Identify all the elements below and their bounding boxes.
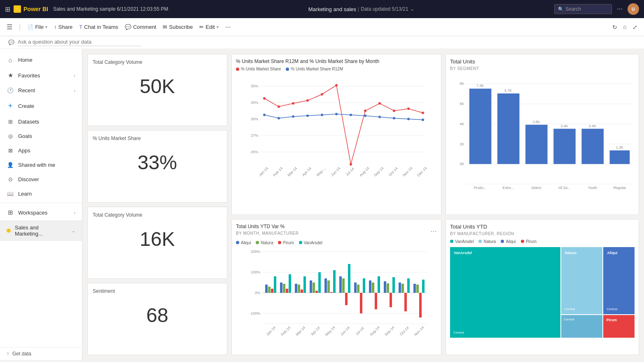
chat-in-teams-button[interactable]: T Chat in Teams: [79, 24, 118, 30]
svg-text:Jul-14: Jul-14: [355, 326, 365, 336]
svg-point-27: [306, 114, 309, 117]
sidebar-item-apps[interactable]: ⊠ Apps: [0, 143, 82, 158]
card-title-sentiment: Sentiment: [93, 288, 222, 294]
svg-text:Aug-14: Aug-14: [369, 325, 380, 337]
svg-rect-87: [375, 293, 377, 309]
sidebar-item-create[interactable]: + Create: [0, 98, 82, 114]
svg-rect-57: [265, 285, 268, 293]
svg-point-15: [306, 99, 309, 102]
avatar[interactable]: U: [628, 3, 639, 15]
svg-text:Dec-14: Dec-14: [416, 166, 428, 177]
edit-button[interactable]: ✏ Edit ▾: [199, 24, 218, 30]
file-menu[interactable]: 📄 File ▾: [27, 24, 47, 30]
app-title: Sales and Marketing sample 6/11/2021 12:…: [53, 6, 168, 12]
legend-vanarsdel-tm: VanArsdel: [450, 239, 474, 244]
svg-text:Sep-14: Sep-14: [384, 325, 395, 337]
line-chart-svg: 35% 33% 30% 27% 25%: [236, 74, 437, 181]
dashboard-title: Marketing and sales | Data updated 5/13/…: [171, 6, 551, 12]
treemap-aliqui[interactable]: Aliqui Central: [603, 247, 635, 315]
legend-label-units-ms: % Units Market Share: [241, 67, 281, 71]
sidebar-label-discover: Discover: [18, 176, 75, 182]
sidebar-label-shared: Shared with me: [18, 162, 75, 168]
treemap-vanarsdel[interactable]: VanArsdel Central: [450, 247, 560, 338]
svg-text:Jun-14: Jun-14: [340, 325, 351, 336]
chevron-right-icon: ›: [74, 210, 75, 215]
svg-text:May-...: May-...: [316, 166, 327, 177]
fullscreen-icon[interactable]: ⤢: [632, 24, 637, 30]
sidebar-item-sales-marketing[interactable]: Sales and Marketing... ⌄: [0, 220, 82, 241]
treemap-pirum[interactable]: Pirum: [603, 315, 635, 338]
card-total-category-volume-bot: Total Category Volume 16K: [87, 207, 227, 279]
sidebar-item-learn[interactable]: 📖 Learn: [0, 187, 82, 201]
treemap-legend: VanArsdel Natura Aliqui Pirum: [450, 239, 635, 244]
svg-text:1.3K: 1.3K: [616, 145, 623, 149]
svg-point-29: [335, 113, 338, 115]
legend-aliqui-tm: Aliqui: [501, 239, 516, 244]
more-options[interactable]: ⋯: [225, 24, 231, 30]
search-box[interactable]: 🔍 Search: [554, 4, 612, 14]
svg-rect-93: [399, 283, 401, 293]
sidebar-item-goals[interactable]: ◎ Goals: [0, 129, 82, 143]
svg-text:100%: 100%: [251, 270, 260, 274]
share-button[interactable]: ↑ Share: [54, 24, 72, 30]
svg-text:Select: Select: [531, 186, 541, 190]
svg-rect-99: [419, 293, 422, 318]
comment-button[interactable]: 💬 Comment: [125, 24, 156, 30]
kebab-menu[interactable]: ⋯: [615, 4, 624, 14]
sidebar-label-recent: Recent: [18, 87, 70, 93]
svg-point-22: [407, 107, 410, 110]
sidebar-label-home: Home: [18, 57, 75, 63]
menu-toggle[interactable]: ☰: [7, 23, 12, 31]
card-title-total-cat-vol-top: Total Category Volume: [93, 59, 222, 65]
legend-natura: Natura: [256, 241, 273, 245]
svg-text:2K: 2K: [460, 142, 464, 146]
sidebar-item-shared[interactable]: 👤 Shared with me: [0, 158, 82, 172]
svg-rect-133: [610, 150, 630, 164]
sidebar-item-workspaces[interactable]: ⊞ Workspaces ›: [0, 205, 82, 220]
waffle-icon[interactable]: ⊞: [5, 5, 10, 13]
workspaces-icon: ⊞: [7, 209, 14, 216]
refresh-icon[interactable]: ↻: [612, 24, 617, 30]
svg-rect-83: [360, 293, 362, 313]
svg-rect-94: [401, 284, 404, 293]
left-column: Total Category Volume 50K % Units Market…: [87, 54, 227, 355]
subscribe-button[interactable]: ✉ Subscribe: [163, 24, 193, 30]
svg-rect-129: [553, 129, 576, 164]
sidebar-item-home[interactable]: ⌂ Home: [0, 52, 82, 68]
qa-bar: 💬: [0, 36, 644, 49]
sidebar-item-discover[interactable]: ⊙ Discover: [0, 172, 82, 187]
svg-rect-100: [422, 280, 425, 293]
svg-rect-67: [301, 290, 303, 293]
chevron-down-icon[interactable]: ⌄: [410, 6, 414, 12]
treemap-natura[interactable]: Natura Central: [561, 247, 603, 315]
svg-text:0%: 0%: [255, 291, 260, 295]
favorites-icon: ★: [7, 72, 14, 79]
svg-text:Apr-14: Apr-14: [310, 325, 321, 336]
svg-rect-82: [357, 285, 359, 293]
treemap-natura-central[interactable]: Central: [561, 315, 603, 338]
svg-point-14: [292, 102, 294, 105]
svg-rect-95: [404, 293, 407, 311]
sidebar-get-data[interactable]: ↑ Get data: [0, 347, 82, 360]
svg-text:Youth: Youth: [588, 186, 597, 190]
svg-text:Mar-14: Mar-14: [295, 325, 306, 336]
svg-rect-98: [416, 285, 419, 293]
svg-text:Regular: Regular: [614, 186, 626, 190]
bar-chart-ytd-legend: Aliqui Natura Pirum VanArsdel: [236, 241, 437, 245]
total-units-svg: 8K 6K 4K 2K 0K 7.3K 6.7K 3.8K 3.4K: [450, 74, 635, 202]
svg-point-32: [378, 116, 381, 118]
favorite-icon[interactable]: ☆: [622, 24, 628, 30]
more-options-icon[interactable]: ⋯: [430, 227, 437, 235]
sidebar-item-datasets[interactable]: ⊞ Datasets: [0, 114, 82, 129]
svg-text:Apr-14: Apr-14: [301, 166, 312, 177]
discover-icon: ⊙: [7, 176, 14, 182]
sidebar-label-datasets: Datasets: [18, 119, 75, 125]
qa-input[interactable]: [18, 39, 141, 46]
svg-rect-66: [298, 285, 300, 293]
sidebar-item-favorites[interactable]: ★ Favorites ›: [0, 68, 82, 83]
svg-rect-72: [318, 272, 321, 293]
sidebar-item-recent[interactable]: 🕐 Recent ›: [0, 83, 82, 98]
svg-rect-75: [330, 292, 333, 293]
card-line-chart: % Units Market Share R12M and % Units Ma…: [231, 54, 441, 215]
svg-rect-74: [327, 280, 330, 293]
